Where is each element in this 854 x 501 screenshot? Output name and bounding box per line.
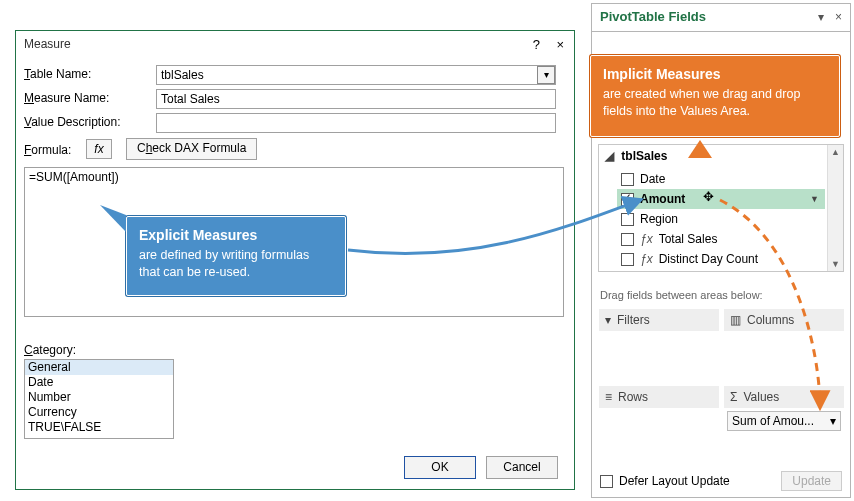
checkbox-icon[interactable] bbox=[621, 173, 634, 186]
drag-hint: Drag fields between areas below: bbox=[600, 289, 763, 301]
checkbox-icon[interactable] bbox=[600, 475, 613, 488]
field-row-date[interactable]: Date bbox=[617, 169, 825, 189]
columns-icon: ▥ bbox=[730, 313, 741, 327]
check-dax-button[interactable]: Check DAX Formula bbox=[126, 138, 257, 160]
measurename-label: Measure Name: bbox=[24, 91, 109, 105]
zone-label: Columns bbox=[747, 313, 794, 327]
list-item[interactable]: TRUE\FALSE bbox=[25, 420, 173, 435]
zone-label: Rows bbox=[618, 390, 648, 404]
measurename-input[interactable] bbox=[156, 89, 556, 109]
chevron-down-icon[interactable]: ▾ bbox=[537, 66, 555, 84]
scroll-down-icon[interactable]: ▼ bbox=[831, 259, 840, 269]
value-item-label: Sum of Amou... bbox=[732, 414, 814, 428]
valuedesc-label: Value Description: bbox=[24, 115, 121, 129]
zone-values[interactable]: ΣValues Sum of Amou... ▾ bbox=[724, 386, 844, 450]
field-table-node[interactable]: ◢ tblSales bbox=[605, 149, 667, 163]
fx-icon: ƒx bbox=[640, 232, 653, 246]
dialog-title: Measure bbox=[24, 37, 71, 51]
formula-text: =SUM([Amount]) bbox=[29, 170, 119, 184]
field-label: Distinct Day Count bbox=[659, 252, 758, 266]
category-label: Category: bbox=[24, 343, 76, 357]
tablename-value: tblSales bbox=[161, 68, 204, 82]
field-label: Total Sales bbox=[659, 232, 718, 246]
callout-explicit: Explicit Measures are defined by writing… bbox=[126, 216, 346, 296]
zone-label: Values bbox=[743, 390, 779, 404]
pane-title: PivotTable Fields bbox=[600, 9, 706, 24]
callout-body: are defined by writing formulas that can… bbox=[139, 247, 333, 281]
zone-rows[interactable]: ≡Rows bbox=[599, 386, 719, 450]
chevron-down-icon[interactable]: ▾ bbox=[830, 414, 836, 428]
cancel-button[interactable]: Cancel bbox=[486, 456, 558, 479]
field-label: Date bbox=[640, 172, 665, 186]
field-table-label: tblSales bbox=[621, 149, 667, 163]
field-label: Amount bbox=[640, 192, 685, 206]
list-item[interactable]: Number bbox=[25, 390, 173, 405]
callout-body: are created when we drag and drop fields… bbox=[603, 86, 827, 120]
scroll-up-icon[interactable]: ▲ bbox=[831, 147, 840, 157]
scrollbar[interactable]: ▲ ▼ bbox=[827, 145, 843, 271]
checkbox-icon[interactable] bbox=[621, 253, 634, 266]
zone-columns[interactable]: ▥Columns bbox=[724, 309, 844, 373]
field-row-region[interactable]: Region bbox=[617, 209, 825, 229]
tablename-combo[interactable]: tblSales ▾ bbox=[156, 65, 556, 85]
pane-menu-icon[interactable]: ▾ bbox=[818, 10, 824, 24]
callout-title: Implicit Measures bbox=[603, 66, 827, 82]
sigma-icon: Σ bbox=[730, 390, 737, 404]
chevron-down-icon[interactable]: ▼ bbox=[810, 194, 819, 204]
list-item[interactable]: Date bbox=[25, 375, 173, 390]
fx-icon: ƒx bbox=[640, 252, 653, 266]
checkbox-icon[interactable] bbox=[621, 213, 634, 226]
help-button[interactable]: ? bbox=[533, 37, 540, 52]
zone-label: Filters bbox=[617, 313, 650, 327]
checkbox-icon[interactable] bbox=[621, 193, 634, 206]
pane-header: PivotTable Fields ▾ × bbox=[592, 4, 850, 32]
collapse-triangle-icon[interactable]: ◢ bbox=[605, 149, 614, 163]
field-list: ◢ tblSales Date Amount ▼ Region ƒx Total… bbox=[598, 144, 844, 272]
field-row-amount[interactable]: Amount ▼ bbox=[617, 189, 825, 209]
category-list[interactable]: General Date Number Currency TRUE\FALSE bbox=[24, 359, 174, 439]
funnel-icon: ▾ bbox=[605, 313, 611, 327]
checkbox-icon[interactable] bbox=[621, 233, 634, 246]
fx-button[interactable]: fx bbox=[86, 139, 112, 159]
field-row-total-sales[interactable]: ƒx Total Sales bbox=[617, 229, 825, 249]
callout-title: Explicit Measures bbox=[139, 227, 333, 243]
value-item[interactable]: Sum of Amou... ▾ bbox=[727, 411, 841, 431]
tablename-label: Table Name: bbox=[24, 67, 91, 81]
ok-button[interactable]: OK bbox=[404, 456, 476, 479]
list-item[interactable]: Currency bbox=[25, 405, 173, 420]
close-button[interactable]: × bbox=[556, 37, 564, 52]
field-label: Region bbox=[640, 212, 678, 226]
callout-implicit: Implicit Measures are created when we dr… bbox=[590, 55, 840, 137]
zone-filters[interactable]: ▾Filters bbox=[599, 309, 719, 373]
field-row-distinct-day-count[interactable]: ƒx Distinct Day Count bbox=[617, 249, 825, 269]
list-item[interactable]: General bbox=[25, 360, 173, 375]
update-button: Update bbox=[781, 471, 842, 491]
pane-close-icon[interactable]: × bbox=[835, 10, 842, 24]
defer-label: Defer Layout Update bbox=[619, 474, 730, 488]
defer-layout-row[interactable]: Defer Layout Update bbox=[600, 474, 730, 488]
rows-icon: ≡ bbox=[605, 390, 612, 404]
valuedesc-input[interactable] bbox=[156, 113, 556, 133]
formula-label: Formula: bbox=[24, 143, 71, 157]
